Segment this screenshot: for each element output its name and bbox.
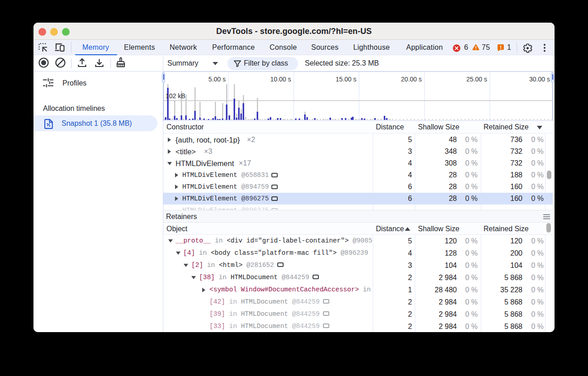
svg-text:10.00 s: 10.00 s bbox=[270, 76, 291, 83]
svg-text:25.00 s: 25.00 s bbox=[466, 76, 487, 83]
svg-text:30.00 s: 30.00 s bbox=[529, 76, 550, 83]
svg-text:5.00 s: 5.00 s bbox=[209, 76, 226, 83]
svg-text:15.00 s: 15.00 s bbox=[336, 76, 356, 83]
svg-text:20.00 s: 20.00 s bbox=[401, 76, 422, 83]
svg-text:102 kB: 102 kB bbox=[166, 92, 185, 100]
